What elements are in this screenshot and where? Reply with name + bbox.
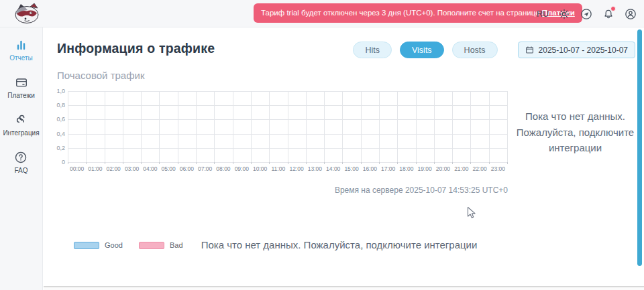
sidebar-item-integration[interactable]: Интеграция bbox=[3, 113, 39, 137]
notifications-bell-icon[interactable] bbox=[602, 7, 615, 21]
banner-text: Тариф trial будет отключен через 3 дня (… bbox=[261, 9, 542, 17]
gridline-v bbox=[251, 91, 252, 162]
x-tick-mark bbox=[416, 162, 417, 164]
sidebar-item-faq[interactable]: FAQ bbox=[14, 151, 28, 174]
gridline-v bbox=[397, 91, 398, 162]
x-tick-mark bbox=[324, 162, 325, 164]
sidebar-item-label: Отчеты bbox=[9, 54, 33, 62]
vertical-scrollbar[interactable] bbox=[637, 29, 642, 266]
y-tick-label: 0,2 bbox=[54, 145, 65, 151]
question-circle-icon bbox=[14, 151, 28, 164]
sidebar-nav: Отчеты Платежи Интеграция bbox=[0, 27, 43, 290]
gridline-v bbox=[470, 91, 471, 162]
x-tick-mark bbox=[434, 162, 435, 164]
x-tick-mark bbox=[507, 162, 508, 164]
tab-visits[interactable]: Visits bbox=[400, 42, 444, 58]
x-tick-label: 23:00 bbox=[486, 165, 510, 172]
sidebar-item-label: Интеграция bbox=[3, 129, 39, 137]
header-actions: RU bbox=[537, 0, 637, 27]
x-tick-mark bbox=[452, 162, 453, 164]
gridline-v bbox=[196, 91, 197, 162]
y-tick-label: 0,6 bbox=[54, 116, 65, 123]
integration-link-icon bbox=[15, 113, 28, 127]
footer-strip bbox=[44, 287, 644, 290]
y-tick-label: 0,4 bbox=[54, 131, 65, 137]
profile-icon[interactable] bbox=[624, 7, 637, 21]
language-switcher[interactable]: RU bbox=[537, 9, 549, 19]
x-tick-mark bbox=[105, 162, 105, 164]
x-tick-mark bbox=[233, 162, 233, 164]
x-tick-mark bbox=[123, 162, 123, 164]
gridline-v bbox=[269, 91, 270, 162]
gridline-v bbox=[416, 91, 417, 162]
calendar-icon bbox=[525, 46, 534, 54]
gridline-v bbox=[306, 91, 307, 162]
gridline-v bbox=[361, 91, 362, 162]
x-tick-mark bbox=[397, 162, 398, 164]
y-tick-label: 0,8 bbox=[54, 102, 65, 108]
traffic-controls: Hits Visits Hosts 2025-10-07 - 2025-10-0… bbox=[345, 42, 635, 58]
tab-hits[interactable]: Hits bbox=[353, 42, 392, 58]
x-tick-mark bbox=[306, 162, 307, 164]
x-tick-mark bbox=[361, 162, 362, 164]
gridline-v bbox=[105, 91, 105, 162]
y-tick-label: 1,0 bbox=[54, 88, 65, 94]
sidebar-item-reports[interactable]: Отчеты bbox=[9, 39, 33, 62]
x-tick-mark bbox=[489, 162, 490, 164]
theme-sun-icon[interactable] bbox=[557, 7, 571, 21]
trial-warning-banner: Тариф trial будет отключен через 3 дня (… bbox=[254, 3, 582, 23]
page-title: Информация о трафике bbox=[57, 41, 215, 56]
gridline-v bbox=[214, 91, 215, 162]
gridline-v bbox=[434, 91, 435, 162]
x-tick-mark bbox=[342, 162, 343, 164]
chart-title: Почасовой трафик bbox=[57, 70, 145, 81]
sidebar-item-payments[interactable]: Платежи bbox=[7, 76, 35, 99]
x-tick-mark bbox=[68, 162, 68, 164]
gridline-v bbox=[507, 91, 508, 162]
x-tick-mark bbox=[288, 162, 288, 164]
hourly-traffic-chart: 1,00,80,60,40,2000:0001:0002:0003:0004:0… bbox=[57, 91, 527, 192]
main-content: Информация о трафике Hits Visits Hosts 2… bbox=[44, 27, 644, 290]
empty-state-bottom-message: Пока что нет данных. Пожалуйста, подключ… bbox=[44, 239, 635, 250]
top-header: Тариф trial будет отключен через 3 дня (… bbox=[0, 0, 644, 27]
notification-badge bbox=[610, 6, 616, 11]
x-tick-mark bbox=[470, 162, 471, 164]
send-plane-icon[interactable] bbox=[580, 7, 593, 21]
tab-hosts[interactable]: Hosts bbox=[452, 42, 498, 58]
x-tick-mark bbox=[214, 162, 215, 164]
x-tick-mark bbox=[159, 162, 160, 164]
gridline-v bbox=[342, 91, 343, 162]
gridline-v bbox=[159, 91, 160, 162]
raccoon-logo-icon[interactable] bbox=[12, 2, 42, 25]
server-time: Время на сервере 2025-10-07 14:53:25 UTC… bbox=[278, 186, 508, 195]
sidebar-item-label: Платежи bbox=[7, 92, 35, 99]
plot-area: 1,00,80,60,40,2000:0001:0002:0003:0004:0… bbox=[68, 91, 507, 162]
x-tick-mark bbox=[178, 162, 178, 164]
gridline-v bbox=[178, 91, 178, 162]
gridline-v bbox=[123, 91, 123, 162]
gridline-v bbox=[452, 91, 453, 162]
gridline-v bbox=[379, 91, 380, 162]
gridline-v bbox=[233, 91, 233, 162]
gridline-v bbox=[324, 91, 325, 162]
x-tick-mark bbox=[379, 162, 380, 164]
gridline-v bbox=[68, 91, 68, 162]
x-tick-mark bbox=[196, 162, 197, 164]
sidebar-item-label: FAQ bbox=[14, 167, 28, 174]
gridline-v bbox=[86, 91, 87, 162]
y-tick-label: 0 bbox=[54, 159, 65, 165]
gridline-v bbox=[489, 91, 490, 162]
x-tick-mark bbox=[269, 162, 270, 164]
bar-chart-icon bbox=[15, 39, 28, 52]
gridline-v bbox=[288, 91, 288, 162]
gridline-v bbox=[141, 91, 142, 162]
app-window: Тариф trial будет отключен через 3 дня (… bbox=[0, 0, 644, 290]
x-tick-mark bbox=[141, 162, 142, 164]
x-tick-mark bbox=[86, 162, 87, 164]
date-range-value: 2025-10-07 - 2025-10-07 bbox=[539, 46, 628, 55]
empty-state-side-message: Пока что нет данных. Пожалуйста, подключ… bbox=[513, 108, 637, 156]
x-tick-mark bbox=[251, 162, 252, 164]
payments-card-icon bbox=[15, 76, 28, 89]
date-range-picker[interactable]: 2025-10-07 - 2025-10-07 bbox=[518, 42, 635, 58]
